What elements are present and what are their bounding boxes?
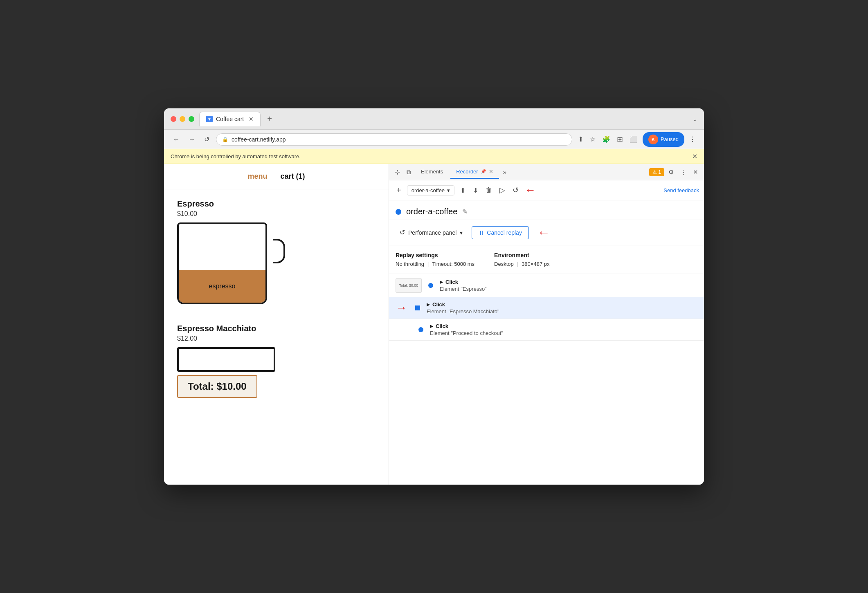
step-row[interactable]: Total: $0.00 ▶ Click Element "Espresso" xyxy=(389,274,704,297)
extensions-icon[interactable]: 🧩 xyxy=(600,134,612,145)
espresso-cup: espresso xyxy=(177,222,275,312)
total-badge: Total: $10.00 xyxy=(177,375,257,398)
export-button[interactable]: ⬆ xyxy=(458,185,468,196)
recording-status-dot xyxy=(396,209,401,215)
espresso-name: Espresso xyxy=(177,199,376,209)
macchiato-name: Espresso Macchiato xyxy=(177,324,376,333)
macchiato-item[interactable]: Espresso Macchiato $12.00 Total: $10.00 xyxy=(177,324,376,398)
close-traffic-light[interactable] xyxy=(171,116,176,122)
cup-liquid: espresso xyxy=(179,270,265,303)
lock-icon: 🔒 xyxy=(222,137,228,142)
tab-elements[interactable]: Elements xyxy=(415,165,449,179)
paused-button[interactable]: K Paused xyxy=(643,132,684,147)
replay-controls: ↺ Performance panel ▾ ⏸ Cancel replay ← xyxy=(389,220,704,245)
select-chevron-icon: ▾ xyxy=(447,187,450,193)
replay-button[interactable]: ▷ xyxy=(497,184,508,196)
devtools-panel: ⊹ ⧉ Elements Recorder 📌 ✕ » ⚠ 1 ⚙ xyxy=(389,164,704,485)
recording-select[interactable]: order-a-coffee ▾ xyxy=(407,185,454,195)
inspector-icon[interactable]: ⊹ xyxy=(392,166,403,177)
devtools-icons: ⚠ 1 ⚙ ⋮ ✕ xyxy=(649,167,701,177)
cancel-replay-icon: ⏸ xyxy=(479,229,484,236)
forward-button[interactable]: → xyxy=(186,134,198,145)
espresso-item[interactable]: Espresso $10.00 espresso xyxy=(177,199,376,312)
devtools-more-button[interactable]: ⋮ xyxy=(678,167,689,177)
webpage-side: menu cart (1) Espresso $10.00 espresso xyxy=(164,164,389,485)
slow-replay-button[interactable]: ↺ xyxy=(510,184,521,196)
maximize-traffic-light[interactable] xyxy=(189,116,194,122)
replay-settings: Replay settings No throttling | Timeout:… xyxy=(389,245,704,274)
more-tabs-button[interactable]: » xyxy=(501,167,509,177)
edit-icon[interactable]: ✎ xyxy=(462,208,468,216)
menu-link[interactable]: menu xyxy=(247,172,267,181)
cup-body: espresso xyxy=(177,222,267,304)
espresso-price: $10.00 xyxy=(177,210,376,218)
environment-section: Environment Desktop | 380×487 px xyxy=(494,252,549,267)
active-tab[interactable]: ▼ Coffee cart ✕ xyxy=(199,112,261,126)
controlled-notice-text: Chrome is being controlled by automated … xyxy=(171,153,301,159)
new-tab-button[interactable]: + xyxy=(264,112,275,125)
step-row-active[interactable]: → ▶ Click Element "Espresso Macchiato" xyxy=(389,297,704,319)
tab-recorder[interactable]: Recorder 📌 ✕ xyxy=(450,165,499,179)
add-recording-button[interactable]: + xyxy=(394,185,404,196)
recording-title-area: order-a-coffee ✎ xyxy=(389,200,704,220)
back-button[interactable]: ← xyxy=(171,134,182,145)
badge-button[interactable]: ⚠ 1 xyxy=(649,168,664,176)
chevron-down-icon: ⌄ xyxy=(693,116,697,122)
controlled-notice: Chrome is being controlled by automated … xyxy=(164,149,704,164)
webpage-content: Espresso $10.00 espresso Espresso Macchi… xyxy=(164,189,389,419)
bookmark-icon[interactable]: ☆ xyxy=(588,134,597,145)
devtools-close-button[interactable]: ✕ xyxy=(690,167,701,177)
recorder-close-icon[interactable]: ✕ xyxy=(489,168,493,175)
performance-icon: ↺ xyxy=(400,229,405,236)
step-action-label-3: Click xyxy=(436,323,448,329)
devtools-tab-bar: ⊹ ⧉ Elements Recorder 📌 ✕ » ⚠ 1 ⚙ xyxy=(389,164,704,180)
step-content-2: ▶ Click Element "Espresso Macchiato" xyxy=(427,301,697,314)
send-feedback-link[interactable]: Send feedback xyxy=(663,187,699,193)
reload-button[interactable]: ↺ xyxy=(202,134,212,145)
tab-title: Coffee cart xyxy=(216,116,244,122)
step-expand-icon-3[interactable]: ▶ xyxy=(430,324,433,328)
cart-link[interactable]: cart (1) xyxy=(280,172,305,181)
replay-settings-section: Replay settings No throttling | Timeout:… xyxy=(396,252,474,267)
paused-label: Paused xyxy=(661,136,679,142)
settings-divider2: | xyxy=(517,261,518,267)
step-expand-icon-2[interactable]: ▶ xyxy=(427,302,430,307)
settings-button[interactable]: ⚙ xyxy=(666,167,676,177)
browser-window: ▼ Coffee cart ✕ + ⌄ ← → ↺ 🔒 coffee-cart.… xyxy=(164,108,704,485)
cancel-replay-button[interactable]: ⏸ Cancel replay xyxy=(472,226,529,239)
split-view-icon[interactable]: ⬜ xyxy=(628,134,639,145)
environment-title: Environment xyxy=(494,252,549,258)
minimize-traffic-light[interactable] xyxy=(180,116,185,122)
step-element-2: Element "Espresso Macchiato" xyxy=(427,308,697,314)
import-button[interactable]: ⬇ xyxy=(470,185,481,196)
more-button[interactable]: ⋮ xyxy=(688,134,697,145)
recording-actions: ⬆ ⬇ 🗑 ▷ ↺ xyxy=(458,184,521,196)
recorder-toolbar: + order-a-coffee ▾ ⬆ ⬇ 🗑 ▷ ↺ ← Send feed… xyxy=(389,180,704,200)
step-content-1: ▶ Click Element "Espresso" xyxy=(440,279,697,292)
step-expand-icon[interactable]: ▶ xyxy=(440,280,443,284)
delete-button[interactable]: 🗑 xyxy=(483,185,495,195)
macchiato-cup-partial xyxy=(177,347,275,372)
red-arrow-toolbar: ← xyxy=(524,184,536,197)
nav-actions: ⬆ ☆ 🧩 ⊞ ⬜ K Paused ⋮ xyxy=(576,132,697,147)
recorder-pin-icon: 📌 xyxy=(481,169,486,174)
performance-panel-label: Performance panel xyxy=(408,229,456,236)
recording-name: order-a-coffee xyxy=(406,207,457,216)
performance-panel-button[interactable]: ↺ Performance panel ▾ xyxy=(396,226,467,239)
step-action-label-1: Click xyxy=(445,279,458,285)
notice-close-button[interactable]: ✕ xyxy=(692,153,697,160)
nav-bar: ← → ↺ 🔒 coffee-cart.netlify.app ⬆ ☆ 🧩 ⊞ … xyxy=(164,130,704,149)
step-action-1: ▶ Click xyxy=(440,279,697,285)
devtools-icon[interactable]: ⊞ xyxy=(615,133,625,146)
address-bar[interactable]: 🔒 coffee-cart.netlify.app xyxy=(216,133,572,146)
device-icon[interactable]: ⧉ xyxy=(404,167,414,177)
step-content-3: ▶ Click Element "Proceed to checkout" xyxy=(430,323,697,336)
tab-close-button[interactable]: ✕ xyxy=(249,116,254,122)
step-row-3[interactable]: ▶ Click Element "Proceed to checkout" xyxy=(389,319,704,341)
replay-settings-title: Replay settings xyxy=(396,252,474,258)
step-dot-3 xyxy=(418,327,423,332)
step-action-label-2: Click xyxy=(432,301,445,308)
step-timeline-3 xyxy=(417,327,425,332)
share-icon[interactable]: ⬆ xyxy=(576,134,585,145)
cup-handle xyxy=(273,239,285,263)
